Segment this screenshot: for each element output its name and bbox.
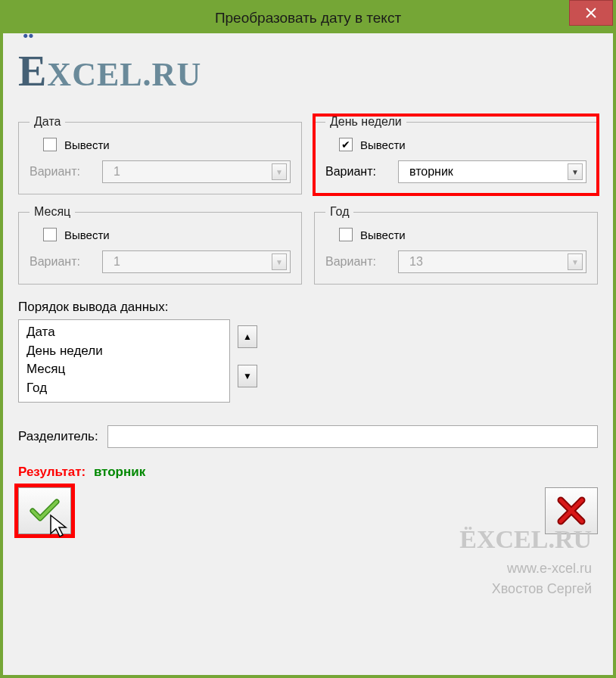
group-date: Дата Вывести Вариант: 1 ▼	[18, 115, 302, 194]
dropdown-month-value: 1	[114, 255, 120, 269]
move-down-button[interactable]: ▼	[238, 365, 257, 387]
label-month-variant: Вариант:	[30, 255, 93, 269]
dialog-window: Преобразовать дату в текст EXCEL.RU Дата…	[0, 0, 616, 678]
list-item[interactable]: Год	[26, 379, 222, 398]
label-month-output: Вывести	[64, 229, 110, 241]
result-value: вторник	[94, 465, 145, 479]
group-weekday: День недели ✔ Вывести Вариант: вторник ▼	[314, 115, 598, 194]
dropdown-date-variant: 1 ▼	[102, 160, 291, 183]
logo-text: XCEL.RU	[47, 56, 201, 93]
order-listbox[interactable]: Дата День недели Месяц Год	[18, 319, 230, 403]
group-weekday-legend: День недели	[325, 115, 406, 129]
list-item[interactable]: День недели	[26, 342, 222, 361]
group-year: Год Вывести Вариант: 13 ▼	[314, 205, 598, 285]
chevron-down-icon: ▼	[568, 163, 583, 180]
order-section: Порядок вывода данных: Дата День недели …	[18, 300, 598, 403]
ok-button[interactable]	[18, 487, 71, 534]
list-item[interactable]: Месяц	[26, 360, 222, 379]
label-weekday-variant: Вариант:	[325, 165, 389, 179]
close-button[interactable]	[569, 0, 613, 26]
label-year-output: Вывести	[360, 229, 406, 241]
chevron-down-icon: ▼	[568, 253, 583, 270]
separator-input[interactable]	[107, 425, 598, 448]
group-year-legend: Год	[325, 205, 353, 219]
list-item[interactable]: Дата	[26, 323, 222, 342]
cancel-button[interactable]	[545, 487, 598, 534]
group-date-legend: Дата	[30, 115, 65, 129]
label-year-variant: Вариант:	[325, 255, 389, 269]
window-title: Преобразовать дату в текст	[215, 10, 401, 26]
dropdown-weekday-variant[interactable]: вторник ▼	[398, 160, 586, 183]
separator-label: Разделитель:	[18, 429, 98, 444]
dropdown-date-value: 1	[114, 165, 120, 179]
move-up-button[interactable]: ▲	[238, 325, 257, 348]
checkbox-year-output[interactable]	[339, 228, 353, 241]
label-date-output: Вывести	[64, 138, 110, 151]
check-icon	[28, 494, 61, 527]
checkbox-date-output[interactable]	[43, 138, 57, 151]
watermark-author: Хвостов Сергей	[459, 579, 592, 599]
result-row: Результат: вторник	[18, 465, 598, 480]
dropdown-year-variant: 13 ▼	[398, 250, 586, 273]
dropdown-year-value: 13	[409, 255, 423, 269]
chevron-down-icon: ▼	[272, 163, 287, 180]
chevron-down-icon: ▼	[272, 253, 287, 270]
result-label: Результат:	[18, 465, 86, 479]
checkbox-weekday-output[interactable]: ✔	[339, 138, 353, 151]
checkbox-month-output[interactable]	[43, 228, 57, 241]
close-icon	[586, 8, 596, 18]
client-area: EXCEL.RU Дата Вывести Вариант: 1 ▼	[3, 33, 613, 675]
label-date-variant: Вариант:	[30, 165, 93, 179]
x-icon	[556, 496, 586, 526]
group-month-legend: Месяц	[30, 205, 75, 219]
watermark-url: www.e-xcel.ru	[459, 558, 592, 579]
order-label: Порядок вывода данных:	[18, 300, 598, 315]
logo: EXCEL.RU	[18, 47, 598, 95]
label-weekday-output: Вывести	[360, 138, 406, 151]
titlebar: Преобразовать дату в текст	[3, 3, 613, 33]
dropdown-month-variant: 1 ▼	[102, 250, 291, 273]
dropdown-weekday-value: вторник	[409, 165, 453, 179]
group-month: Месяц Вывести Вариант: 1 ▼	[18, 205, 302, 285]
